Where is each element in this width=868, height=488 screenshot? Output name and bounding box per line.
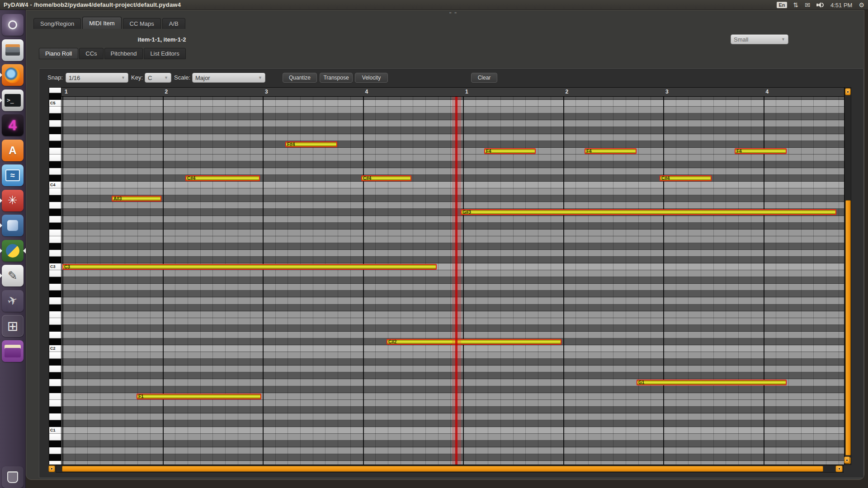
piano-key-as1[interactable] <box>49 359 61 366</box>
grid-row-ds2[interactable] <box>61 325 844 332</box>
piano-key-e4[interactable] <box>49 155 61 161</box>
piano-key-as2[interactable] <box>49 277 61 284</box>
piano-key-gs0[interactable] <box>49 454 61 461</box>
piano-key-f2[interactable] <box>49 311 61 318</box>
piano-key-g2[interactable] <box>49 297 61 304</box>
piano-key-c4[interactable]: C4 <box>49 182 61 188</box>
hscroll-left-button[interactable] <box>48 465 55 472</box>
grid-row-gs2[interactable] <box>61 291 844 297</box>
piano-key-a4[interactable] <box>49 120 61 127</box>
launcher-item-startup-disk-creator[interactable]: ✈ <box>2 290 24 312</box>
piano-key-c2[interactable]: C2 <box>49 345 61 352</box>
piano-key-cs1[interactable] <box>49 420 61 427</box>
mail-icon[interactable]: ✉ <box>805 0 810 10</box>
grid-row-f2[interactable] <box>61 311 844 318</box>
clock[interactable]: 4:51 PM <box>830 2 852 9</box>
piano-roll-grid[interactable]: 12341234 F#4F4F4F4C#4C#4C#4A#3G#3C3C#2G1… <box>61 87 844 465</box>
piano-key-gs2[interactable] <box>49 291 61 297</box>
tab-song-region[interactable]: Song/Region <box>33 18 81 29</box>
key-combobox[interactable]: C ▼ <box>145 73 171 83</box>
grid-row-as1[interactable] <box>61 359 844 366</box>
grid-row-fs1[interactable] <box>61 386 844 393</box>
grid-row-a3[interactable] <box>61 202 844 209</box>
subtab-ccs[interactable]: CCs <box>79 48 103 59</box>
vscroll-thumb[interactable] <box>845 200 851 455</box>
clear-button[interactable]: Clear <box>471 73 497 83</box>
piano-key-f3[interactable] <box>49 230 61 236</box>
launcher-item-firefox[interactable] <box>2 64 24 86</box>
grid-row-g4[interactable] <box>61 134 844 141</box>
piano-key-d1[interactable] <box>49 413 61 420</box>
launcher-item-network-app[interactable]: ✳ <box>2 190 24 211</box>
piano-key-fs2[interactable] <box>49 305 61 311</box>
piano-key-as0[interactable] <box>49 441 61 447</box>
midi-note-f4[interactable]: F4 <box>484 148 536 154</box>
vertical-scrollbar[interactable] <box>844 87 851 465</box>
piano-key-ds3[interactable] <box>49 243 61 250</box>
note-size-combobox[interactable]: Small ▼ <box>731 34 788 44</box>
grid-row-e3[interactable] <box>61 236 844 243</box>
launcher-item-text-editor[interactable]: ✎ <box>2 265 24 286</box>
grid-row-cs4[interactable] <box>61 175 844 182</box>
tab-a-b[interactable]: A/B <box>162 18 185 29</box>
launcher-item-file-manager[interactable] <box>2 39 24 61</box>
grid-row-e4[interactable] <box>61 155 844 161</box>
grid-row-b4[interactable] <box>61 107 844 113</box>
midi-note-as3[interactable]: A#3 <box>112 196 161 202</box>
grid-row-fs3[interactable] <box>61 223 844 230</box>
grid-row-as3[interactable] <box>61 195 844 202</box>
grid-row-as0[interactable] <box>61 441 844 447</box>
scale-combobox[interactable]: Major ▼ <box>192 73 265 83</box>
grid-row-a4[interactable] <box>61 120 844 127</box>
piano-key-ds1[interactable] <box>49 407 61 413</box>
midi-note-cs4[interactable]: C#4 <box>185 175 260 181</box>
grid-row-c4[interactable] <box>61 182 844 188</box>
piano-key-fs4[interactable] <box>49 141 61 148</box>
piano-key-as3[interactable] <box>49 195 61 202</box>
grid-row-cs1[interactable] <box>61 420 844 427</box>
piano-key-e1[interactable] <box>49 400 61 407</box>
launcher-item-system-monitor[interactable]: ≈ <box>2 164 24 186</box>
piano-key-f4[interactable] <box>49 148 61 155</box>
piano-key-gs3[interactable] <box>49 209 61 216</box>
hscroll-right-button[interactable] <box>835 465 843 472</box>
grid-row-a2[interactable] <box>61 284 844 291</box>
grid-row-ds1[interactable] <box>61 407 844 413</box>
vscroll-up-button[interactable] <box>845 88 851 95</box>
grid-row-b1[interactable] <box>61 352 844 359</box>
network-arrows-icon[interactable]: ⇅ <box>793 0 799 10</box>
tab-midi-item[interactable]: MIDI Item <box>82 17 121 29</box>
grid-row-e1[interactable] <box>61 400 844 407</box>
midi-note-cs2[interactable]: C#2 <box>387 339 561 345</box>
piano-key-a0[interactable] <box>49 447 61 454</box>
volume-icon[interactable] <box>816 2 824 8</box>
midi-note-f4[interactable]: F4 <box>735 148 787 154</box>
grid-row-fs4[interactable] <box>61 141 844 148</box>
keyboard-layout-indicator[interactable]: En <box>777 2 787 8</box>
piano-key-gs1[interactable] <box>49 372 61 379</box>
grid-row-f4[interactable] <box>61 148 844 155</box>
grid-row-g0[interactable] <box>61 461 844 465</box>
grid-row-ds3[interactable] <box>61 243 844 250</box>
grid-row-gs4[interactable] <box>61 127 844 134</box>
piano-key-c3[interactable]: C3 <box>49 263 61 270</box>
grid-row-as4[interactable] <box>61 113 844 120</box>
piano-key-d5[interactable] <box>49 87 61 93</box>
launcher-item-console[interactable] <box>2 340 24 362</box>
piano-key-fs3[interactable] <box>49 223 61 230</box>
piano-key-b3[interactable] <box>49 188 61 195</box>
subtab-list-editors[interactable]: List Editors <box>144 48 185 59</box>
grid-row-c5[interactable] <box>61 100 844 107</box>
launcher-item-trash[interactable] <box>2 466 24 488</box>
subtab-pitchbend[interactable]: Pitchbend <box>104 48 143 59</box>
grid-row-g3[interactable] <box>61 216 844 223</box>
midi-note-g1[interactable]: G1 <box>637 380 787 385</box>
midi-note-cs4[interactable]: C#4 <box>660 175 712 181</box>
midi-note-f4[interactable]: F4 <box>585 148 637 154</box>
piano-key-b1[interactable] <box>49 352 61 359</box>
piano-key-a1[interactable] <box>49 366 61 372</box>
transpose-button[interactable]: Transpose <box>320 73 353 83</box>
piano-key-b0[interactable] <box>49 434 61 441</box>
grid-row-e2[interactable] <box>61 318 844 325</box>
piano-key-as4[interactable] <box>49 113 61 120</box>
